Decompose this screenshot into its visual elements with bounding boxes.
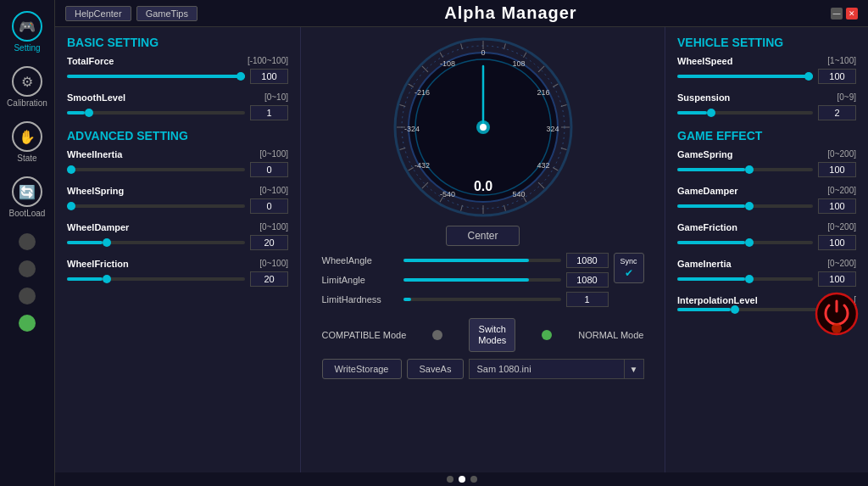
game-damper-value[interactable]	[818, 198, 856, 214]
suspension-label: Suspension	[677, 92, 730, 103]
wheel-angle-row: WheelAngle	[322, 253, 609, 268]
game-friction-value[interactable]	[818, 235, 856, 250]
svg-line-8	[553, 84, 558, 87]
sync-button[interactable]: Sync ✔	[614, 253, 644, 283]
total-force-label: TotalForce	[67, 56, 114, 66]
game-effect-title: GAME EFFECT	[677, 129, 856, 142]
svg-line-27	[460, 43, 462, 49]
svg-text:-432: -432	[414, 161, 429, 170]
wheel-friction-range: [0~100]	[259, 259, 288, 269]
compatible-mode-label: COMPATIBLE Mode	[322, 330, 407, 340]
sidebar-item-calibration[interactable]: ⚙ Calibration	[0, 59, 54, 115]
smooth-level-fill	[67, 111, 85, 115]
wheel-friction-row: WheelFriction [0~100]	[67, 259, 288, 287]
suspension-value[interactable]	[818, 105, 856, 120]
close-button[interactable]: ✕	[846, 8, 858, 20]
svg-text:540: 540	[512, 190, 525, 198]
svg-point-44	[832, 323, 842, 333]
game-friction-row: GameFriction [0~200]	[677, 222, 856, 250]
svg-text:324: 324	[546, 125, 559, 133]
wheel-spring-value[interactable]	[250, 198, 288, 214]
save-as-button[interactable]: SaveAs	[407, 359, 465, 379]
calibration-icon: ⚙	[12, 66, 42, 97]
game-inertia-row: GameInertia [0~200]	[677, 259, 856, 287]
wheel-spring-label: WheelSpring	[67, 186, 124, 196]
game-inertia-value[interactable]	[818, 271, 856, 287]
smooth-level-value[interactable]	[250, 105, 288, 120]
wheel-damper-thumb[interactable]	[103, 238, 111, 247]
game-damper-thumb[interactable]	[745, 202, 754, 210]
dot-2	[19, 260, 36, 277]
limit-angle-slider[interactable]	[403, 278, 561, 282]
svg-text:0.0: 0.0	[473, 179, 492, 193]
sidebar-item-bootload[interactable]: 🔄 BootLoad	[0, 170, 54, 225]
game-friction-track	[677, 241, 813, 244]
params-sync-group: WheelAngle LimitAngle	[322, 253, 644, 311]
game-inertia-range: [0~200]	[827, 259, 856, 269]
wheel-speed-row: WheelSpeed [1~100]	[677, 56, 856, 84]
game-friction-thumb[interactable]	[745, 238, 754, 247]
total-force-value[interactable]	[250, 69, 288, 84]
limit-angle-value[interactable]	[566, 272, 609, 288]
wheel-spring-thumb[interactable]	[67, 202, 75, 210]
wheel-angle-value[interactable]	[566, 253, 609, 268]
game-spring-row: GameSpring [0~200]	[677, 149, 856, 177]
game-spring-value[interactable]	[818, 162, 856, 177]
compatible-mode-indicator	[432, 330, 442, 340]
wheel-friction-label: WheelFriction	[67, 259, 129, 269]
save-file-dropdown[interactable]: ▼	[625, 359, 644, 379]
svg-text:-540: -540	[439, 190, 454, 198]
wheel-friction-value[interactable]	[250, 271, 288, 287]
svg-line-21	[399, 148, 405, 150]
wheel-speed-thumb[interactable]	[804, 72, 813, 81]
interpolation-level-thumb[interactable]	[731, 305, 739, 314]
bootload-icon: 🔄	[12, 176, 42, 207]
game-friction-label: GameFriction	[677, 222, 737, 232]
game-spring-label: GameSpring	[677, 149, 732, 159]
wheel-speed-value[interactable]	[818, 69, 856, 84]
total-force-slider-container	[67, 69, 288, 84]
sidebar-item-state[interactable]: ✋ State	[0, 115, 54, 170]
wheel-angle-slider[interactable]	[403, 259, 561, 262]
wheel-inertia-thumb[interactable]	[67, 165, 75, 174]
center-button[interactable]: Center	[446, 226, 519, 246]
main-area: HelpCenter GameTips Alpha Manager — ✕ BA…	[55, 0, 868, 486]
limit-hardness-value[interactable]	[566, 292, 609, 307]
wheel-friction-thumb[interactable]	[103, 275, 111, 283]
normal-mode-label: NORMAL Mode	[578, 330, 643, 340]
wheel-inertia-value[interactable]	[250, 162, 288, 177]
sidebar-label-setting: Setting	[14, 43, 40, 53]
limit-hardness-slider[interactable]	[403, 298, 561, 301]
wheel-friction-fill	[67, 277, 103, 281]
sidebar-label-bootload: BootLoad	[9, 209, 46, 218]
advanced-setting-title: ADVANCED SETTING	[67, 129, 288, 142]
save-file-input[interactable]	[469, 359, 624, 379]
wheel-inertia-label: WheelInertia	[67, 149, 122, 159]
game-damper-fill	[677, 204, 745, 208]
game-spring-thumb[interactable]	[745, 165, 754, 174]
help-center-button[interactable]: HelpCenter	[65, 6, 131, 21]
wheel-damper-value[interactable]	[250, 235, 288, 250]
svg-text:-108: -108	[439, 59, 454, 68]
svg-text:432: 432	[537, 161, 549, 170]
game-tips-button[interactable]: GameTips	[136, 6, 198, 21]
wheel-speed-track	[677, 75, 813, 78]
total-force-thumb[interactable]	[236, 72, 245, 81]
wheel-speed-label: WheelSpeed	[677, 56, 732, 66]
suspension-thumb[interactable]	[707, 109, 715, 117]
dot-1	[447, 476, 453, 483]
interpolation-level-label: InterpolationLevel	[677, 295, 758, 305]
wheel-inertia-track	[67, 168, 245, 171]
wheel-angle-fill	[403, 259, 530, 262]
power-icon[interactable]	[814, 291, 860, 337]
basic-setting-title: BASIC SETTING	[67, 36, 288, 49]
wheel-angle-label: WheelAngle	[322, 255, 398, 265]
smooth-level-thumb[interactable]	[85, 109, 93, 117]
switch-modes-button[interactable]: SwitchModes	[469, 318, 515, 352]
sidebar-item-setting[interactable]: 🎮 Setting	[0, 4, 54, 59]
minimize-button[interactable]: —	[831, 8, 843, 20]
game-inertia-thumb[interactable]	[745, 275, 754, 283]
game-spring-track	[677, 168, 813, 171]
write-storage-button[interactable]: WriteStorage	[322, 359, 402, 379]
sync-check-icon: ✔	[625, 267, 633, 279]
